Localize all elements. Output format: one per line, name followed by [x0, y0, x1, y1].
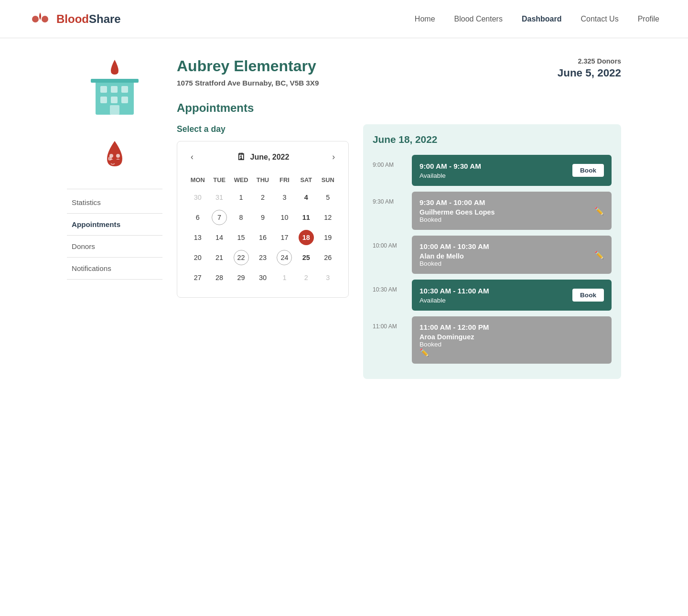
- calendar-day[interactable]: 23: [252, 248, 273, 268]
- timeslot-row: 11:00 AM11:00 AM - 12:00 PMAroa Domingue…: [373, 316, 612, 364]
- sidebar-item-statistics[interactable]: Statistics: [67, 192, 162, 214]
- facility-date: June 5, 2022: [558, 67, 621, 79]
- time-label: 11:00 AM: [373, 316, 406, 330]
- facility-name: Aubrey Elementary: [177, 57, 558, 75]
- sidebar-item-appointments[interactable]: Appointments: [67, 214, 162, 236]
- slot-info: 9:30 AM - 10:00 AMGuilherme Goes LopesBo…: [419, 198, 495, 223]
- nav-contact[interactable]: Contact Us: [581, 15, 619, 23]
- time-label: 9:00 AM: [373, 155, 406, 168]
- calendar-day[interactable]: 18: [295, 227, 317, 248]
- calendar-day[interactable]: 4: [295, 187, 317, 207]
- calendar-day[interactable]: 3: [317, 268, 339, 288]
- timeslot-row: 9:00 AM9:00 AM - 9:30 AMAvailableBook: [373, 155, 612, 186]
- slot-status: Booked: [419, 260, 489, 267]
- col-fri: FRI: [274, 173, 295, 187]
- slots-container: 9:00 AM9:00 AM - 9:30 AMAvailableBook9:3…: [373, 155, 612, 364]
- calendar-day[interactable]: 30: [187, 187, 208, 207]
- calendar-day[interactable]: 3: [274, 187, 295, 207]
- col-mon: MON: [187, 173, 208, 187]
- svg-point-13: [116, 154, 120, 158]
- slot-status: Available: [419, 172, 481, 179]
- calendar-day[interactable]: 16: [252, 227, 273, 248]
- appointments-layout: Select a day ‹ 🗓 June, 2022 › MON: [177, 124, 621, 379]
- nav-profile[interactable]: Profile: [638, 15, 659, 23]
- next-month-button[interactable]: ›: [328, 151, 339, 163]
- facility-donors: 2.325 Donors: [558, 57, 621, 65]
- timeslot-row: 10:30 AM10:30 AM - 11:00 AMAvailableBook: [373, 280, 612, 311]
- time-label: 10:00 AM: [373, 236, 406, 249]
- slot-status: Booked: [419, 216, 495, 223]
- slot-card: 9:30 AM - 10:00 AMGuilherme Goes LopesBo…: [412, 192, 612, 230]
- slot-card[interactable]: 9:00 AM - 9:30 AMAvailableBook: [412, 155, 612, 186]
- logo-text: BloodShare: [56, 12, 121, 26]
- logo[interactable]: BloodShare: [29, 8, 121, 31]
- slot-time-range: 10:00 AM - 10:30 AM: [419, 242, 489, 250]
- calendar-day[interactable]: 17: [274, 227, 295, 248]
- sidebar-item-notifications[interactable]: Notifications: [67, 258, 162, 280]
- svg-rect-3: [100, 86, 107, 93]
- calendar-day[interactable]: 27: [187, 268, 208, 288]
- slot-info: 11:00 AM - 12:00 PMAroa DominguezBooked: [419, 323, 489, 348]
- calendar-day[interactable]: 30: [252, 268, 273, 288]
- edit-icon[interactable]: ✏️: [594, 250, 604, 259]
- blood-drop-icon: [96, 139, 134, 177]
- calendar-day[interactable]: 1: [230, 187, 252, 207]
- nav-home[interactable]: Home: [415, 15, 435, 23]
- nav-blood-centers[interactable]: Blood Centers: [454, 15, 503, 23]
- prev-month-button[interactable]: ‹: [187, 151, 197, 163]
- calendar-day[interactable]: 2: [295, 268, 317, 288]
- calendar-day[interactable]: 15: [230, 227, 252, 248]
- slot-info: 10:30 AM - 11:00 AMAvailable: [419, 287, 489, 304]
- calendar-day[interactable]: 1: [274, 268, 295, 288]
- slot-status: Booked: [419, 341, 489, 348]
- facility-info: Aubrey Elementary 1075 Stratford Ave Bur…: [177, 57, 558, 87]
- sidebar-item-donors[interactable]: Donors: [67, 236, 162, 258]
- calendar-day[interactable]: 2: [252, 187, 273, 207]
- svg-rect-8: [121, 97, 128, 103]
- calendar-day[interactable]: 31: [208, 187, 230, 207]
- bloodshare-logo-icon: [29, 8, 52, 31]
- book-button[interactable]: Book: [572, 289, 604, 302]
- col-sun: SUN: [317, 173, 339, 187]
- facility-meta: 2.325 Donors June 5, 2022: [558, 57, 621, 79]
- nav-dashboard[interactable]: Dashboard: [522, 15, 562, 23]
- slot-donor-name: Aroa Dominguez: [419, 333, 489, 341]
- svg-rect-4: [111, 86, 118, 93]
- svg-rect-10: [91, 79, 139, 83]
- calendar-day[interactable]: 26: [317, 248, 339, 268]
- nav-links: Home Blood Centers Dashboard Contact Us …: [415, 15, 659, 23]
- timeslots-panel: June 18, 2022 9:00 AM9:00 AM - 9:30 AMAv…: [363, 124, 621, 379]
- col-thu: THU: [252, 173, 273, 187]
- calendar-day[interactable]: 14: [208, 227, 230, 248]
- navbar: BloodShare Home Blood Centers Dashboard …: [0, 0, 688, 38]
- calendar-day[interactable]: 21: [208, 248, 230, 268]
- svg-rect-6: [100, 97, 107, 103]
- calendar-day[interactable]: 12: [317, 207, 339, 227]
- calendar-day[interactable]: 5: [317, 187, 339, 207]
- calendar-day[interactable]: 29: [230, 268, 252, 288]
- edit-icon[interactable]: ✏️: [419, 348, 429, 357]
- calendar-day[interactable]: 8: [230, 207, 252, 227]
- calendar-day[interactable]: 25: [295, 248, 317, 268]
- edit-icon[interactable]: ✏️: [594, 206, 604, 216]
- slot-donor-name: Guilherme Goes Lopes: [419, 208, 495, 216]
- calendar-day[interactable]: 13: [187, 227, 208, 248]
- calendar-day[interactable]: 24: [274, 248, 295, 268]
- calendar-day[interactable]: 28: [208, 268, 230, 288]
- calendar-day[interactable]: 9: [252, 207, 273, 227]
- calendar-day[interactable]: 11: [295, 207, 317, 227]
- calendar-day[interactable]: 20: [187, 248, 208, 268]
- calendar-day[interactable]: 6: [187, 207, 208, 227]
- slot-card: 10:00 AM - 10:30 AMAlan de MelloBooked✏️: [412, 236, 612, 274]
- calendar-day[interactable]: 10: [274, 207, 295, 227]
- svg-rect-5: [121, 86, 128, 93]
- calendar-day[interactable]: 22: [230, 248, 252, 268]
- book-button[interactable]: Book: [572, 164, 604, 177]
- timeslot-row: 9:30 AM9:30 AM - 10:00 AMGuilherme Goes …: [373, 192, 612, 230]
- month-label: 🗓 June, 2022: [236, 152, 290, 162]
- slot-card[interactable]: 10:30 AM - 11:00 AMAvailableBook: [412, 280, 612, 311]
- calendar-day[interactable]: 19: [317, 227, 339, 248]
- calendar-day[interactable]: 7: [208, 207, 230, 227]
- slot-info: 9:00 AM - 9:30 AMAvailable: [419, 162, 481, 179]
- calendar-icon: 🗓: [236, 152, 246, 162]
